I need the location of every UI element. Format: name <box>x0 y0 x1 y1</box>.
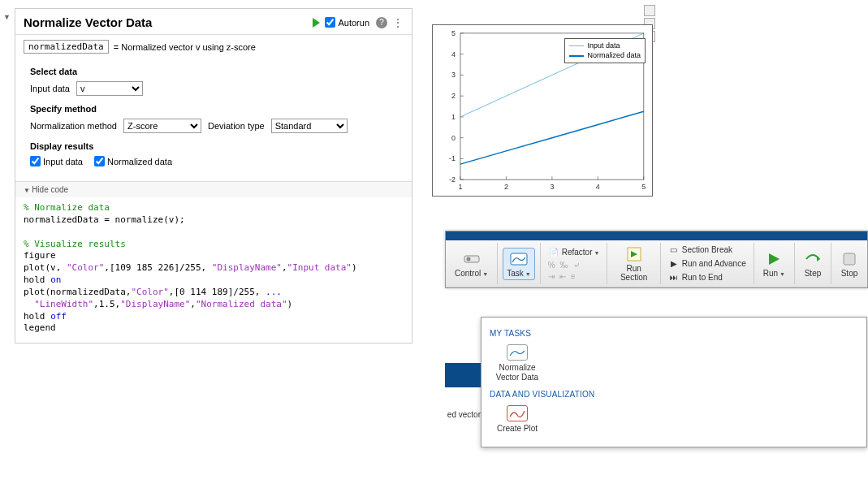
autorun-label: Autorun <box>338 18 369 28</box>
svg-text:2: 2 <box>504 183 508 191</box>
svg-text:4: 4 <box>596 183 600 191</box>
collapse-toggle-icon[interactable]: ▼ <box>3 13 11 21</box>
task-title: Normalize Vector Data <box>24 15 313 29</box>
gallery-item-create-plot[interactable]: Create Plot <box>490 402 545 437</box>
run-icon <box>765 250 783 268</box>
run-and-advance-button[interactable]: ▶Run and Advance <box>666 257 749 270</box>
show-normalized-checkbox[interactable]: Normalized data <box>94 156 172 166</box>
autorun-input[interactable] <box>325 17 335 28</box>
norm-method-label: Normalization method <box>30 121 117 131</box>
background-title-bar <box>445 363 481 387</box>
task-button[interactable]: Task <box>503 248 535 280</box>
help-icon[interactable]: ? <box>376 17 387 28</box>
normalize-task-icon <box>507 344 528 361</box>
refactor-icon: 📄 <box>548 247 559 258</box>
run-task-icon[interactable] <box>313 18 320 28</box>
task-icon <box>510 250 528 268</box>
svg-text:3: 3 <box>550 183 554 191</box>
output-variable-field[interactable]: normalizedData <box>24 40 109 54</box>
select-data-heading: Select data <box>30 67 397 76</box>
svg-text:4: 4 <box>451 50 456 58</box>
control-button[interactable]: Control <box>451 248 492 280</box>
output-description: = Normalized vector v using z-score <box>114 42 256 52</box>
legend-swatch-input <box>569 45 584 46</box>
hide-code-toggle[interactable]: Hide code <box>15 181 412 197</box>
svg-point-28 <box>466 257 470 261</box>
refactor-button[interactable]: 📄Refactor <box>546 246 602 259</box>
wrap-icon[interactable]: ⤶ <box>573 261 580 270</box>
svg-text:1: 1 <box>451 113 456 121</box>
control-icon <box>463 250 481 268</box>
more-options-icon[interactable]: ⋮ <box>392 16 404 29</box>
svg-text:-1: -1 <box>449 154 456 162</box>
output-panel: -2-101234512345 Input data Normalized da… <box>412 0 868 357</box>
deviation-type-label: Deviation type <box>208 121 265 131</box>
svg-text:1: 1 <box>458 183 462 191</box>
step-icon <box>804 250 822 268</box>
outdent-icon[interactable]: ⇤ <box>559 272 566 281</box>
uncomment-icon[interactable]: ‰ <box>560 261 568 270</box>
generated-code: % Normalize data normalizedData = normal… <box>15 197 412 343</box>
svg-rect-31 <box>844 253 855 265</box>
toolstrip-tab-band <box>446 231 867 240</box>
format-icon[interactable]: ≡ <box>571 272 576 281</box>
norm-method-select[interactable]: Z-score <box>123 119 201 133</box>
create-plot-icon <box>507 405 528 421</box>
legend-swatch-normalized <box>569 55 584 57</box>
output-icon-1[interactable] <box>644 5 655 16</box>
task-card: Normalize Vector Data Autorun ? ⋮ normal… <box>15 8 412 344</box>
task-gallery-dropdown: MY TASKS Normalize Vector Data DATA AND … <box>481 317 867 447</box>
toolstrip: Control Task 📄Refactor % ‰ ⤶ ⇥ ⇤ ≡ <box>445 231 868 288</box>
svg-text:5: 5 <box>451 29 456 37</box>
svg-text:0: 0 <box>451 134 456 142</box>
comment-icon[interactable]: % <box>548 261 555 270</box>
stop-icon <box>840 250 858 268</box>
autorun-checkbox[interactable]: Autorun <box>325 17 369 28</box>
section-break-button[interactable]: ▭Section Break <box>666 244 749 257</box>
gallery-item-normalize[interactable]: Normalize Vector Data <box>490 341 545 385</box>
indent-icon[interactable]: ⇥ <box>548 272 555 281</box>
my-tasks-heading: MY TASKS <box>490 329 858 338</box>
task-header: Normalize Vector Data Autorun ? ⋮ <box>15 9 412 35</box>
display-results-heading: Display results <box>30 141 397 151</box>
input-data-select[interactable]: v <box>76 81 143 96</box>
run-section-icon <box>625 245 643 263</box>
specify-method-heading: Specify method <box>30 104 397 114</box>
show-input-checkbox[interactable]: Input data <box>30 156 83 166</box>
svg-text:2: 2 <box>451 92 456 100</box>
step-button[interactable]: Step <box>800 248 826 280</box>
svg-text:3: 3 <box>451 71 456 79</box>
run-to-end-icon: ⏭ <box>668 272 680 283</box>
live-task-panel: ▼ Normalize Vector Data Autorun ? ⋮ norm… <box>0 0 412 357</box>
run-button[interactable]: Run <box>759 248 789 280</box>
plot-output[interactable]: -2-101234512345 Input data Normalized da… <box>432 24 653 197</box>
run-advance-icon: ▶ <box>668 258 680 270</box>
run-section-button[interactable]: Run Section <box>612 243 654 284</box>
background-text-snippet: ed vector <box>445 410 481 419</box>
svg-text:5: 5 <box>641 183 646 191</box>
svg-text:-2: -2 <box>449 175 456 184</box>
plot-legend: Input data Normalized data <box>564 38 646 63</box>
data-viz-heading: DATA AND VISUALIZATION <box>490 390 858 399</box>
output-row: normalizedData = Normalized vector v usi… <box>15 35 412 60</box>
task-body: Select data Input data v Specify method … <box>15 60 412 181</box>
deviation-type-select[interactable]: Standard <box>271 119 348 133</box>
input-data-label: Input data <box>30 84 70 93</box>
run-to-end-button[interactable]: ⏭Run to End <box>666 271 749 284</box>
section-break-icon: ▭ <box>668 244 680 256</box>
stop-button[interactable]: Stop <box>836 248 862 280</box>
